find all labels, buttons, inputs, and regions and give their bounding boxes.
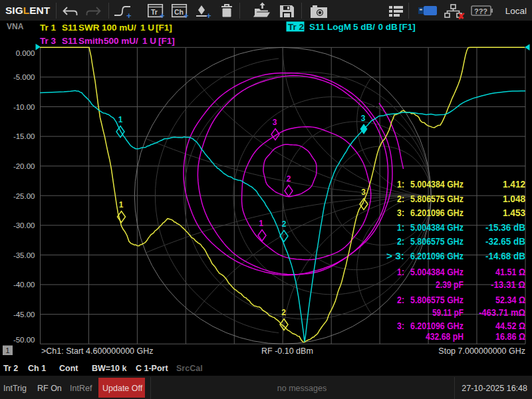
- svg-text:+: +: [184, 11, 189, 21]
- svg-text:+: +: [126, 11, 132, 21]
- svg-text:RF On: RF On: [37, 384, 62, 393]
- svg-text:C 1-Port: C 1-Port: [136, 364, 168, 373]
- svg-text:IntTrig: IntTrig: [3, 384, 27, 393]
- svg-text:[F1]: [F1]: [156, 23, 172, 33]
- svg-text:1.412: 1.412: [503, 178, 525, 190]
- svg-text:-35.00: -35.00: [13, 251, 35, 259]
- svg-text:-30.00: -30.00: [13, 221, 35, 229]
- svg-text:3:: 3:: [397, 207, 404, 218]
- svg-text:1 U: 1 U: [142, 36, 156, 46]
- svg-text:6.201096 GHz: 6.201096 GHz: [410, 320, 464, 331]
- svg-text:1: 1: [259, 219, 263, 228]
- svg-text:-45.00: -45.00: [13, 311, 35, 319]
- svg-text:1:: 1:: [397, 221, 404, 233]
- svg-text:1:: 1:: [397, 178, 404, 190]
- svg-text:Tr: Tr: [151, 8, 158, 16]
- svg-text:2:: 2:: [397, 193, 404, 204]
- svg-text:2: 2: [282, 219, 287, 229]
- svg-text:100 mU/: 100 mU/: [102, 23, 136, 33]
- svg-text:5.806575 GHz: 5.806575 GHz: [410, 235, 464, 247]
- svg-text:5.806575 GHz: 5.806575 GHz: [410, 294, 464, 305]
- svg-text:Ch 1: Ch 1: [28, 364, 46, 373]
- svg-text:Tr 1: Tr 1: [40, 23, 57, 33]
- svg-text:0.000: 0.000: [16, 49, 35, 57]
- svg-text:6.201096 GHz: 6.201096 GHz: [410, 250, 464, 261]
- svg-text:Tr 2: Tr 2: [288, 22, 304, 32]
- svg-text:+: +: [160, 11, 165, 21]
- svg-text:59.11 pF: 59.11 pF: [432, 307, 464, 318]
- svg-text:Ch: Ch: [174, 8, 184, 16]
- svg-text:2.39 pF: 2.39 pF: [436, 279, 464, 290]
- svg-text:S11: S11: [62, 36, 78, 46]
- svg-text:> 3:: > 3:: [386, 250, 404, 261]
- svg-text:-25.00: -25.00: [13, 192, 35, 200]
- svg-text:-14.68 dB: -14.68 dB: [485, 250, 525, 261]
- svg-text:-463.71 mΩ: -463.71 mΩ: [479, 307, 525, 318]
- svg-text:3:: 3:: [397, 320, 404, 331]
- svg-text:Tr 2: Tr 2: [3, 364, 18, 373]
- svg-text:-15.36 dB: -15.36 dB: [485, 221, 525, 233]
- svg-text:0 dB: 0 dB: [378, 22, 398, 32]
- svg-text:5.004384 GHz: 5.004384 GHz: [410, 266, 464, 277]
- svg-text:27-10-2025 16:48: 27-10-2025 16:48: [462, 384, 527, 393]
- svg-text:Smith: Smith: [78, 36, 104, 46]
- svg-text:Cont: Cont: [59, 364, 78, 373]
- svg-text:>Ch1: Start 4.600000000 GHz: >Ch1: Start 4.600000000 GHz: [41, 346, 154, 356]
- svg-text:S11: S11: [62, 23, 78, 33]
- svg-text:1:: 1:: [397, 266, 404, 277]
- svg-text:IntRef: IntRef: [70, 384, 92, 393]
- svg-text:RF -0.10 dBm: RF -0.10 dBm: [261, 346, 313, 356]
- svg-text:1.453: 1.453: [503, 207, 525, 218]
- svg-text:Stop 7.000000000 GHz: Stop 7.000000000 GHz: [438, 346, 525, 356]
- svg-text:[F1]: [F1]: [399, 22, 416, 32]
- svg-text:5.004384 GHz: 5.004384 GHz: [410, 178, 464, 190]
- svg-text:3: 3: [361, 188, 366, 197]
- svg-text:SIGLENT: SIGLENT: [5, 5, 51, 16]
- svg-text:432.68 pH: 432.68 pH: [426, 331, 464, 342]
- svg-text:-10.00: -10.00: [13, 103, 35, 111]
- svg-text:2:: 2:: [397, 235, 404, 247]
- svg-text:-20.00: -20.00: [13, 162, 35, 170]
- svg-text:SrcCal: SrcCal: [176, 364, 203, 373]
- svg-text:16.86 Ω: 16.86 Ω: [495, 331, 525, 342]
- svg-text:[F1]: [F1]: [158, 36, 175, 46]
- svg-text:no messages: no messages: [277, 384, 327, 393]
- svg-text:1: 1: [118, 115, 123, 124]
- svg-text:52.34 Ω: 52.34 Ω: [495, 294, 525, 305]
- svg-text:1 U: 1 U: [140, 23, 154, 33]
- svg-text:3: 3: [361, 114, 366, 123]
- svg-text:5 dB/: 5 dB/: [353, 22, 375, 32]
- svg-text:Update Off: Update Off: [102, 384, 143, 393]
- svg-text:-15.00: -15.00: [13, 132, 35, 140]
- svg-text:1.048: 1.048: [503, 193, 525, 204]
- svg-text:1: 1: [119, 200, 124, 209]
- svg-text:???: ???: [474, 7, 487, 15]
- svg-text:-5.000: -5.000: [13, 73, 35, 81]
- svg-text:500 mU/: 500 mU/: [104, 36, 138, 46]
- svg-text:-32.65 dB: -32.65 dB: [485, 235, 525, 247]
- svg-text:BW=10 k: BW=10 k: [92, 364, 127, 373]
- svg-text:S11: S11: [309, 22, 325, 32]
- svg-text:+: +: [206, 11, 211, 21]
- svg-text:-40.00: -40.00: [13, 281, 35, 289]
- svg-text:2:: 2:: [397, 294, 404, 305]
- svg-text:2: 2: [281, 308, 286, 317]
- svg-text:✘: ✘: [458, 11, 465, 21]
- svg-text:VNA: VNA: [7, 22, 24, 31]
- svg-text:3: 3: [273, 118, 277, 127]
- svg-text:SWR: SWR: [78, 23, 100, 33]
- svg-text:Local: Local: [505, 6, 527, 16]
- svg-text:Tr 3: Tr 3: [40, 36, 57, 46]
- svg-text:5.004384 GHz: 5.004384 GHz: [410, 221, 464, 233]
- svg-text:-50.00: -50.00: [13, 336, 35, 344]
- svg-text:LogM: LogM: [327, 22, 351, 32]
- svg-text:-13.31 Ω: -13.31 Ω: [491, 279, 525, 290]
- svg-text:2: 2: [287, 174, 291, 184]
- svg-text:5.806575 GHz: 5.806575 GHz: [410, 193, 464, 204]
- svg-text:1: 1: [5, 346, 9, 354]
- svg-text:44.52 Ω: 44.52 Ω: [495, 320, 525, 331]
- svg-text:6.201096 GHz: 6.201096 GHz: [410, 207, 464, 218]
- svg-text:41.51 Ω: 41.51 Ω: [495, 266, 525, 277]
